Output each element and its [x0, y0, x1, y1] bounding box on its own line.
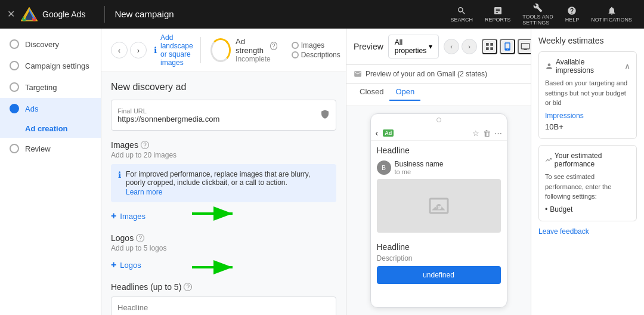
add-images-label: Images — [120, 212, 145, 221]
preview-header: Preview All properties ▾ ‹ › — [346, 29, 531, 65]
learn-more-link[interactable]: Learn more — [126, 188, 329, 196]
preview-label: Preview — [354, 42, 383, 51]
gmail-preview-text: Preview of your ad on Gmail (2 states) — [366, 70, 487, 78]
search-nav-btn[interactable]: SEARCH — [445, 4, 478, 25]
sidebar-item-review[interactable]: Review — [0, 138, 101, 159]
url-value: https://sonnenbergmedia.com — [117, 115, 314, 123]
nav-title: New campaign — [114, 9, 174, 19]
reports-icon — [493, 6, 503, 16]
all-properties-dropdown[interactable]: All properties ▾ — [388, 35, 439, 58]
add-logos-plus-icon: + — [111, 260, 116, 270]
logos-sub: Add up to 5 logos — [111, 244, 336, 252]
delete-icon[interactable]: 🗑 — [483, 129, 491, 138]
view-icons — [482, 39, 533, 54]
check-radio-descriptions — [292, 51, 299, 58]
email-subject: Headline — [371, 141, 507, 158]
leave-feedback-link[interactable]: Leave feedback — [538, 227, 637, 236]
add-logos-button[interactable]: + Logos — [111, 257, 141, 273]
phone-toolbar: ‹ Ad ☆ 🗑 ⋯ — [371, 126, 507, 141]
center-content: New discovery ad Final URL https://sonne… — [101, 72, 346, 315]
center-top-bar: ‹ › ℹ Add landscape or square images Ad … — [101, 29, 346, 72]
search-icon — [457, 6, 466, 16]
bullet: • — [545, 204, 547, 215]
notifications-label: NOTIFICATIONS — [591, 17, 632, 23]
ads-dot — [10, 104, 19, 113]
cta-button[interactable]: undefined — [377, 266, 501, 284]
estimate-header: Available impressions ∧ — [545, 58, 630, 75]
ad-badge: Ad — [383, 129, 394, 137]
google-ads-wordmark: Google Ads — [42, 10, 85, 19]
tab-closed[interactable]: Closed — [354, 84, 389, 101]
alert-body-text: For improved performance, replace images… — [126, 170, 310, 187]
check-radio-images — [292, 42, 299, 49]
center-wrapper: ‹ › ℹ Add landscape or square images Ad … — [101, 29, 346, 315]
tab-open[interactable]: Open — [389, 84, 420, 101]
mobile-view-btn[interactable] — [500, 39, 515, 54]
tools-label: TOOLS ANDSETTINGS — [522, 14, 553, 26]
headline-input[interactable] — [111, 297, 336, 315]
sidebar-item-ads[interactable]: Ads — [0, 98, 101, 119]
more-options-icon[interactable]: ⋯ — [494, 129, 502, 138]
tools-nav-btn[interactable]: TOOLS ANDSETTINGS — [518, 1, 558, 28]
close-icon[interactable]: ✕ — [7, 8, 15, 20]
alert-body: For improved performance, replace images… — [126, 170, 329, 196]
alert-info-icon: ℹ — [118, 170, 121, 180]
reports-nav-btn[interactable]: REPORTS — [480, 4, 515, 25]
images-alert-box: ℹ For improved performance, replace imag… — [111, 164, 336, 202]
status-dot — [436, 118, 441, 122]
ad-strength-status: Incomplete — [236, 55, 277, 63]
estimate-body-text: Based on your targeting and settings but… — [545, 79, 627, 106]
sidebar-item-label: Review — [25, 144, 51, 153]
targeting-dot — [10, 82, 19, 92]
ad-strength-help-icon[interactable]: ? — [270, 42, 277, 50]
from-details: Business name to me — [395, 160, 444, 175]
avatar: B — [377, 160, 391, 175]
info-icon: ℹ — [154, 45, 157, 55]
grid-view-btn[interactable] — [482, 39, 497, 54]
help-nav-btn[interactable]: HELP — [561, 4, 584, 25]
perf-body: To see estimated performance, enter the … — [545, 172, 630, 215]
logos-title: Logos — [111, 233, 134, 243]
url-label: Final URL — [117, 107, 314, 115]
from-name: Business name — [395, 160, 444, 168]
search-label: SEARCH — [450, 17, 473, 23]
sidebar-item-label: Targeting — [25, 83, 57, 92]
next-arrow-btn[interactable]: › — [130, 42, 147, 58]
impressions-value: 10B+ — [545, 122, 564, 131]
phone-preview: ‹ Ad ☆ 🗑 ⋯ Headline B Business name to m… — [346, 106, 531, 315]
center-panel: ‹ › ℹ Add landscape or square images Ad … — [101, 29, 346, 315]
next-nav-btn[interactable]: › — [462, 39, 477, 54]
sidebar-item-discovery[interactable]: Discovery — [0, 33, 101, 55]
preview-panel: Preview All properties ▾ ‹ › — [346, 29, 531, 315]
headlines-help-icon[interactable]: ? — [184, 283, 192, 291]
logos-help-icon[interactable]: ? — [136, 234, 144, 242]
ad-strength-info: Ad strength ? Incomplete — [236, 37, 277, 63]
estimated-performance-section: Your estimated performance To see estima… — [538, 145, 637, 221]
trending-icon — [545, 156, 552, 164]
sidebar-item-ad-creation[interactable]: Ad creation — [0, 119, 101, 138]
mobile-icon — [503, 42, 512, 51]
discovery-dot — [10, 39, 19, 49]
notifications-nav-btn[interactable]: NOTIFICATIONS — [586, 4, 637, 25]
estimate-body: Based on your targeting and settings but… — [545, 78, 630, 132]
google-ads-logo: Google Ads — [21, 7, 85, 21]
bookmark-icon[interactable]: ☆ — [472, 129, 479, 138]
phone-actions: ☆ 🗑 ⋯ — [472, 129, 502, 138]
check-label-descriptions: Descriptions — [301, 51, 340, 59]
alert-message: ℹ Add landscape or square images — [154, 33, 193, 67]
back-arrow-icon[interactable]: ‹ — [376, 128, 379, 138]
help-icon — [567, 6, 577, 16]
collapse-icon[interactable]: ∧ — [624, 61, 630, 71]
available-impressions-section: Available impressions ∧ Based on your ta… — [538, 51, 637, 139]
prev-arrow-btn[interactable]: ‹ — [111, 42, 128, 58]
images-help-icon[interactable]: ? — [141, 141, 149, 149]
prev-nav-btn[interactable]: ‹ — [444, 39, 459, 54]
impressions-link[interactable]: Impressions — [545, 110, 630, 121]
phone-frame: ‹ Ad ☆ 🗑 ⋯ Headline B Business name to m… — [370, 113, 507, 308]
sidebar-item-targeting[interactable]: Targeting — [0, 76, 101, 98]
check-row-images: Images — [292, 41, 340, 50]
available-impressions-text: Available impressions — [556, 58, 624, 75]
google-ads-triangle-icon — [21, 7, 38, 21]
sidebar-item-campaign-settings[interactable]: Campaign settings — [0, 55, 101, 76]
add-images-button[interactable]: + Images — [111, 208, 145, 224]
